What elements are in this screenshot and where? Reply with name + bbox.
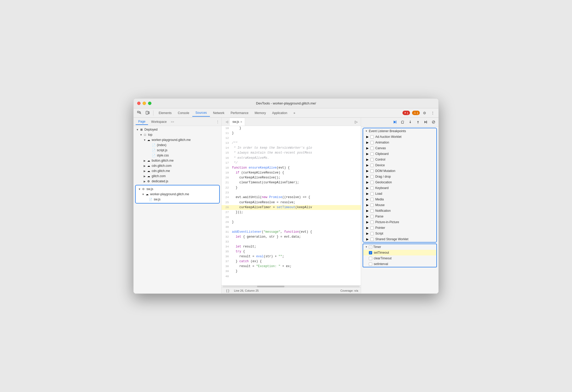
tab-elements[interactable]: Elements	[156, 109, 175, 117]
bp-expand-dom: ▶	[366, 169, 369, 173]
bp-drag-drop[interactable]: ▶ Drag / drop	[363, 174, 436, 179]
bp-checkbox-mouse[interactable]	[370, 203, 374, 207]
panel-options-icon[interactable]: ⋮	[216, 120, 219, 124]
tab-console[interactable]: Console	[175, 109, 192, 117]
bp-checkbox-pip[interactable]	[370, 221, 374, 224]
bp-parse[interactable]: ▶ Parse	[363, 214, 436, 219]
deactivate-breakpoints-button[interactable]	[430, 119, 437, 125]
tab-performance[interactable]: Performance	[228, 109, 252, 117]
cloud-icon-4: ☁	[146, 169, 151, 173]
code-tab-back-icon[interactable]: ◁	[224, 119, 230, 125]
tree-item-dedicated-js[interactable]: ▶ ⚙ dedicated.js	[134, 179, 221, 184]
timer-section-header[interactable]: ▼ − Timer	[363, 244, 436, 250]
tree-item-top[interactable]: ▼ □ top	[134, 132, 221, 137]
tree-item-wp2[interactable]: ▼ ☁ worker-playground.glitch.me	[136, 192, 219, 197]
bp-script[interactable]: ▶ Script	[363, 231, 436, 236]
bp-notification[interactable]: ▶ Notification	[363, 208, 436, 214]
bp-pointer[interactable]: ▶ Pointer	[363, 225, 436, 231]
timer-main-checkbox[interactable]: −	[369, 245, 372, 249]
tree-item-cdn-com[interactable]: ▶ ☁ cdn.glitch.com	[134, 163, 221, 168]
tree-item-glitch-com[interactable]: ▶ ☁ glitch.com	[134, 174, 221, 179]
bp-checkbox-parse[interactable]	[370, 215, 374, 218]
bp-control[interactable]: ▶ Control	[363, 157, 436, 162]
tree-item-sw-js-file[interactable]: ▶ 📄 sw.js	[136, 197, 219, 202]
code-line-39: 39 }	[222, 269, 361, 274]
bp-set-interval[interactable]: setInterval	[363, 261, 436, 267]
bp-checkbox-shared[interactable]	[370, 238, 374, 241]
bp-checkbox-keyboard[interactable]	[370, 186, 374, 190]
code-panel-toggle-icon[interactable]: ▷	[354, 120, 359, 124]
device-toolbar-icon[interactable]	[144, 109, 151, 117]
step-over-button[interactable]	[399, 119, 406, 125]
event-listener-header[interactable]: ▼ Event Listener Breakpoints	[363, 128, 436, 134]
bp-mouse[interactable]: ▶ Mouse	[363, 202, 436, 208]
bp-shared-storage[interactable]: ▶ Shared Storage Worklet	[363, 236, 436, 242]
bp-set-timeout[interactable]: ✓ setTimeout	[363, 250, 436, 255]
tree-item-worker-playground[interactable]: ▼ ☁ worker-playground.glitch.me	[134, 137, 221, 142]
warning-badge[interactable]: ⚠ 1	[412, 111, 420, 115]
bp-device[interactable]: ▶ Device	[363, 162, 436, 168]
bp-checkbox-dom[interactable]	[370, 169, 374, 173]
tree-item-deployed[interactable]: ▼ ⊞ Deployed	[134, 127, 221, 132]
tree-item-cdn-me[interactable]: ▶ ☁ cdn.glitch.me	[134, 168, 221, 174]
tree-item-style-css[interactable]: ▶ 📄 style.css	[134, 153, 221, 158]
tab-workspace[interactable]: Workspace	[149, 119, 169, 125]
settings-icon[interactable]: ⚙	[421, 109, 428, 117]
bp-checkbox-settimeout[interactable]: ✓	[369, 251, 372, 254]
bp-load[interactable]: ▶ Load	[363, 191, 436, 197]
bp-checkbox-pointer[interactable]	[370, 226, 374, 230]
bp-checkbox-load[interactable]	[370, 192, 374, 195]
tree-item-index[interactable]: ▶ 📄 (index)	[134, 142, 221, 148]
more-options-icon[interactable]: ⋮	[429, 109, 436, 117]
bp-clipboard[interactable]: ▶ Clipboard	[363, 151, 436, 157]
tree-item-button-glitch[interactable]: ▶ ☁ button.glitch.me	[134, 158, 221, 163]
bp-checkbox-script[interactable]	[370, 232, 374, 235]
bp-checkbox-drag[interactable]	[370, 175, 374, 178]
bp-checkbox-media[interactable]	[370, 198, 374, 201]
bp-checkbox-notif[interactable]	[370, 209, 374, 213]
bp-media[interactable]: ▶ Media	[363, 197, 436, 202]
inspect-element-icon[interactable]	[136, 109, 143, 117]
bp-checkbox-device[interactable]	[370, 164, 374, 167]
format-button[interactable]: { }	[224, 287, 231, 294]
bp-geolocation[interactable]: ▶ Geolocation	[363, 179, 436, 185]
panel-more-button[interactable]: >>	[170, 120, 175, 123]
horizontal-scrollbar-thumb[interactable]	[257, 286, 284, 287]
code-tab-swjs[interactable]: sw.js ✕	[230, 118, 245, 126]
resume-button[interactable]	[391, 119, 398, 125]
tree-label-index: (index)	[157, 143, 166, 147]
tree-item-script-js[interactable]: ▶ 📄 script.js	[134, 148, 221, 153]
tab-sources[interactable]: Sources	[192, 109, 210, 117]
bp-checkbox-setinterval[interactable]	[369, 262, 372, 266]
code-line-21: 21 clearTimeout(curKeepAliveTimer);	[222, 180, 361, 185]
bp-checkbox-control[interactable]	[370, 158, 374, 161]
bp-keyboard[interactable]: ▶ Keyboard	[363, 185, 436, 191]
tree-item-sw-js-group[interactable]: ▼ ⚙ sw.js	[136, 186, 219, 192]
bp-checkbox-canvas[interactable]	[370, 147, 374, 150]
error-badge[interactable]: ✕ 1	[402, 111, 410, 115]
tab-application[interactable]: Application	[269, 109, 290, 117]
bp-checkbox-animation[interactable]	[370, 141, 374, 144]
bp-checkbox-ad-auction[interactable]	[370, 135, 374, 139]
code-tab-close-icon[interactable]: ✕	[240, 120, 242, 123]
tab-memory[interactable]: Memory	[252, 109, 269, 117]
bp-checkbox-geo[interactable]	[370, 181, 374, 184]
more-tabs-button[interactable]: »	[290, 109, 298, 117]
bp-checkbox-cleartimeout[interactable]	[369, 257, 372, 260]
maximize-button[interactable]	[148, 102, 151, 105]
step-out-button[interactable]	[415, 119, 421, 125]
code-area[interactable]: 10 } 11 } 12 13 /** 14 * In orde	[222, 126, 361, 285]
tab-page[interactable]: Page	[136, 119, 148, 125]
bp-picture-in-picture[interactable]: ▶ Picture-in-Picture	[363, 219, 436, 225]
close-button[interactable]	[137, 102, 141, 105]
tab-network[interactable]: Network	[210, 109, 228, 117]
bp-canvas[interactable]: ▶ Canvas	[363, 145, 436, 151]
step-into-button[interactable]	[407, 119, 414, 125]
bp-animation[interactable]: ▶ Animation	[363, 140, 436, 145]
step-button[interactable]	[422, 119, 429, 125]
bp-checkbox-clipboard[interactable]	[370, 152, 374, 156]
bp-ad-auction[interactable]: ▶ Ad Auction Worklet	[363, 134, 436, 140]
minimize-button[interactable]	[143, 102, 146, 105]
bp-clear-timeout[interactable]: clearTimeout	[363, 255, 436, 261]
bp-dom-mutation[interactable]: ▶ DOM Mutation	[363, 168, 436, 174]
